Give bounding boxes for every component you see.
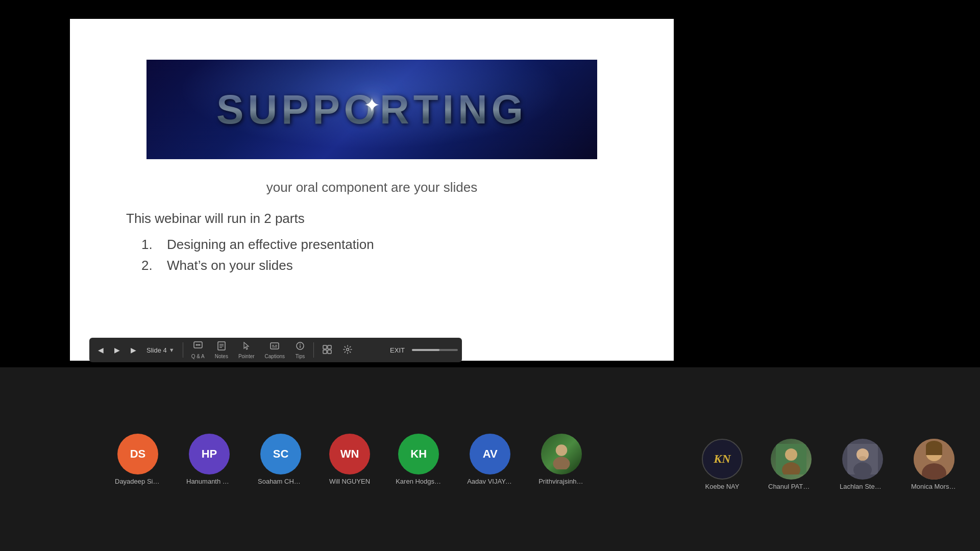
tips-label: Tips	[296, 354, 305, 359]
volume-fill	[412, 349, 439, 351]
layout-button[interactable]	[318, 340, 336, 360]
dropdown-arrow[interactable]: ▼	[169, 347, 175, 353]
kn-text: KN	[714, 452, 730, 466]
pointer-label: Pointer	[238, 354, 255, 359]
notes-button[interactable]: Notes	[211, 340, 232, 360]
qa-icon	[193, 341, 203, 353]
avatar-monica	[914, 439, 954, 480]
list-item: 1. Designing an effective presentation	[141, 237, 648, 253]
participant-name-kn: Koebe NAY	[705, 483, 740, 490]
pointer-button[interactable]: Pointer	[234, 340, 259, 360]
svg-rect-16	[328, 345, 331, 349]
settings-icon	[343, 345, 352, 355]
captions-label: Captions	[265, 354, 285, 359]
toolbar-divider-2	[313, 342, 314, 358]
tips-icon	[296, 341, 305, 353]
captions-button[interactable]: Captions	[261, 340, 289, 360]
svg-point-14	[300, 343, 301, 344]
participant-lachlan: Lachlan Stewart	[827, 439, 898, 490]
participant-name-monica: Monica Morscheck	[911, 483, 957, 490]
avatar-lachlan	[842, 439, 883, 480]
participant-name-hp: Hanumanth PR...	[186, 478, 232, 485]
avatar-kn: KN	[702, 439, 743, 480]
toolbar-divider	[183, 342, 183, 358]
slide-label: Slide 4	[146, 346, 167, 354]
participant-ds: DS Dayadeep Sing...	[102, 434, 174, 485]
participant-kh: KH Karen Hodgson	[383, 434, 454, 485]
avatar-ds: DS	[117, 434, 158, 474]
volume-slider[interactable]	[412, 349, 458, 351]
participant-name-ds: Dayadeep Sing...	[115, 478, 161, 485]
star-burst	[357, 90, 387, 120]
list-item: 2. What’s on your slides	[141, 258, 648, 273]
qa-button[interactable]: Q & A	[187, 340, 209, 360]
slide-body: This webinar will run in 2 parts 1. Desi…	[95, 211, 648, 279]
participant-wn: WN Will NGUYEN	[316, 434, 383, 485]
avatar-sc: SC	[260, 434, 301, 474]
participant-prithvi: Prithvirajsinh J...	[526, 434, 597, 485]
participant-name-chanul: Chanul PATHIRANA	[768, 483, 814, 490]
avatar-hp: HP	[189, 434, 230, 474]
layout-icon	[323, 345, 332, 355]
svg-point-3	[199, 344, 200, 345]
slide-banner: SUPPORTING	[146, 60, 597, 159]
presentation-toolbar: ◀ ▶ ▶ Slide 4 ▼ Q & A Notes	[89, 338, 462, 362]
svg-point-19	[347, 348, 349, 351]
participant-av: AV Aadav VIJAYAK...	[454, 434, 526, 485]
avatar-kh: KH	[398, 434, 439, 474]
slide-list: 1. Designing an effective presentation 2…	[126, 237, 648, 273]
svg-point-2	[197, 344, 199, 345]
next-button[interactable]: ▶	[126, 343, 140, 357]
participant-name-av: Aadav VIJAYAK...	[467, 478, 513, 485]
participant-name-kh: Karen Hodgson	[396, 478, 442, 485]
svg-rect-18	[328, 350, 331, 354]
svg-rect-15	[323, 345, 327, 349]
prev-button[interactable]: ◀	[93, 343, 108, 357]
svg-point-20	[556, 444, 568, 456]
notes-label: Notes	[215, 354, 228, 359]
slide-intro: This webinar will run in 2 parts	[126, 211, 648, 227]
slide-container: SUPPORTING your oral component are your …	[70, 19, 674, 361]
svg-rect-17	[323, 350, 327, 354]
participant-monica: Monica Morscheck	[898, 439, 970, 490]
settings-button[interactable]	[338, 340, 357, 360]
tips-button[interactable]: Tips	[291, 340, 309, 360]
participant-hp: HP Hanumanth PR...	[174, 434, 245, 485]
pointer-icon	[242, 341, 251, 353]
slide-indicator: Slide 4 ▼	[142, 346, 179, 354]
participant-name-lachlan: Lachlan Stewart	[840, 483, 886, 490]
svg-rect-8	[271, 343, 279, 349]
svg-point-21	[553, 457, 570, 469]
toolbar-right: EXIT	[386, 344, 458, 356]
participant-name-prithvi: Prithvirajsinh J...	[538, 478, 584, 485]
participant-kn: KN Koebe NAY	[689, 439, 755, 490]
right-participants: KN Koebe NAY Chanul PATHIRANA Lachlan St…	[699, 378, 980, 551]
participant-name-wn: Will NGUYEN	[329, 478, 370, 485]
avatar-wn: WN	[329, 434, 370, 474]
notes-icon	[217, 341, 226, 353]
captions-icon	[270, 341, 279, 353]
svg-point-24	[785, 448, 797, 461]
svg-point-29	[859, 456, 867, 461]
participant-chanul: Chanul PATHIRANA	[755, 439, 827, 490]
avatar-chanul	[771, 439, 812, 480]
exit-button[interactable]: EXIT	[386, 344, 409, 356]
qa-label: Q & A	[191, 354, 205, 359]
participant-name-sc: Soaham CHAU...	[258, 478, 304, 485]
participant-sc: SC Soaham CHAU...	[245, 434, 316, 485]
slide-content: SUPPORTING your oral component are your …	[70, 19, 674, 361]
svg-point-1	[195, 344, 197, 345]
avatar-prithvi	[541, 434, 582, 474]
avatar-av: AV	[470, 434, 510, 474]
svg-rect-34	[926, 446, 942, 455]
play-button[interactable]: ▶	[110, 343, 124, 357]
slide-subtitle: your oral component are your slides	[266, 180, 477, 195]
